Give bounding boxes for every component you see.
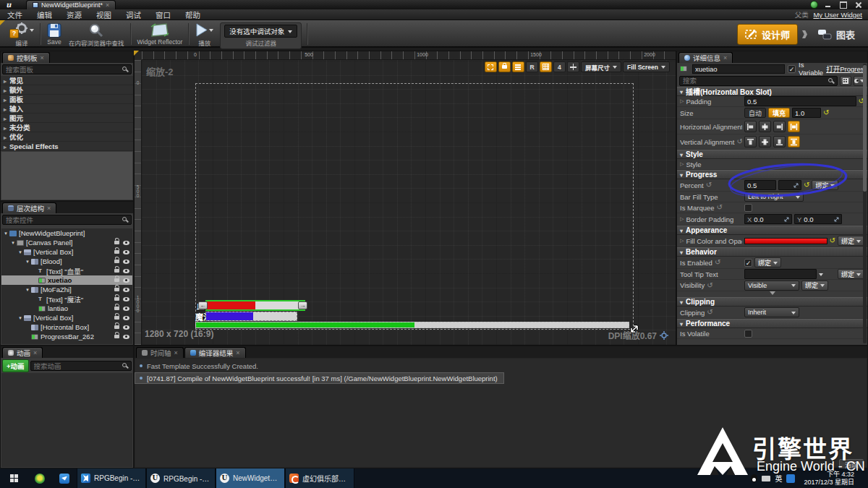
outline-toggle-button[interactable] <box>485 61 497 72</box>
border-padding-y-input[interactable]: Y0.0 <box>794 214 842 224</box>
halign-center-button[interactable] <box>759 121 771 132</box>
expander-icon[interactable] <box>4 124 7 132</box>
reset-to-default-icon[interactable] <box>830 237 835 244</box>
lock-icon[interactable] <box>114 278 119 282</box>
lock-icon[interactable] <box>114 260 119 263</box>
tree-row-xuetiao-selected[interactable]: xuetiao <box>1 275 132 285</box>
menu-view[interactable]: 视图 <box>89 9 119 20</box>
lock-icon[interactable] <box>114 241 119 244</box>
reset-to-default-icon[interactable] <box>804 181 809 189</box>
compile-button[interactable]: 编译 <box>6 22 38 47</box>
launcher-sphere-icon[interactable] <box>810 1 818 9</box>
visibility-bind-button[interactable]: 绑定 <box>801 281 828 291</box>
revert-icon[interactable] <box>737 138 742 145</box>
valign-bottom-button[interactable] <box>773 136 786 147</box>
log-line[interactable]: Fast Template Successfully Created. <box>135 361 867 371</box>
revert-icon[interactable] <box>707 309 712 316</box>
taskbar-app-green[interactable] <box>27 468 52 488</box>
percent-drag-field[interactable] <box>778 180 801 190</box>
expander-icon[interactable]: ▷ <box>680 238 684 244</box>
panel-close-icon[interactable] <box>723 55 727 61</box>
window-close-button[interactable] <box>853 1 864 9</box>
tab-compiler-results[interactable]: 编译器结果 <box>184 347 246 358</box>
valign-fill-button[interactable] <box>788 136 800 147</box>
menu-window[interactable]: 窗口 <box>148 9 178 20</box>
visibility-eye-icon[interactable] <box>123 316 129 320</box>
panel-close-icon[interactable] <box>174 350 178 356</box>
visibility-dropdown[interactable]: Visible <box>744 281 799 291</box>
expander-icon[interactable] <box>4 86 7 94</box>
compile-dropdown-caret-icon[interactable] <box>30 29 34 34</box>
is-variable-checkbox[interactable] <box>788 65 796 73</box>
palette-search-input[interactable] <box>2 64 132 74</box>
expander-icon[interactable] <box>4 133 7 141</box>
add-animation-button[interactable]: +动画 <box>2 359 29 372</box>
log-line-selected[interactable]: [0741.87] Compile of NewWidgetBlueprint … <box>135 373 503 383</box>
palette-category-special-effects[interactable]: Special Effects <box>1 142 133 151</box>
expander-icon[interactable] <box>4 114 7 122</box>
border-padding-x-input[interactable]: X0.0 <box>744 214 792 224</box>
design-area-outline[interactable] <box>195 83 634 330</box>
visibility-eye-icon[interactable] <box>123 325 129 330</box>
expander-icon[interactable]: ▷ <box>680 216 684 222</box>
scrollbar-thumb[interactable] <box>863 65 867 192</box>
visibility-eye-icon[interactable] <box>123 335 129 339</box>
grid-size-button[interactable]: 4 <box>553 61 566 72</box>
snap-grid-button[interactable] <box>540 61 552 72</box>
lock-icon[interactable] <box>114 316 119 320</box>
input-method-keyboard-icon[interactable] <box>762 476 770 481</box>
designer-viewport[interactable]: 0 500 1000 1500 2000 0 500 1000 缩放-2 R 4… <box>134 51 676 346</box>
palette-category-optimization[interactable]: 优化 <box>1 132 133 142</box>
start-button[interactable] <box>0 468 27 488</box>
expander-icon[interactable]: ▷ <box>680 98 684 104</box>
play-button[interactable]: 播放 <box>192 22 217 47</box>
tab-palette[interactable]: 控制板 <box>2 52 50 63</box>
menu-file[interactable]: 文件 <box>0 9 30 20</box>
panel-close-icon[interactable] <box>41 55 44 61</box>
revert-icon[interactable] <box>707 282 712 289</box>
debug-object-dropdown[interactable]: 没有选中调试对象 <box>224 25 297 38</box>
taskbar-task-rpgbegin[interactable]: RPGBegin - 虚幻... <box>146 468 216 488</box>
parent-class-link[interactable]: My User Widget <box>813 11 862 19</box>
tree-row-canvas-panel[interactable]: ▾[Canvas Panel] <box>1 238 132 247</box>
resize-handle-left[interactable] <box>198 301 208 309</box>
tree-row-text-blood[interactable]: [Text] "血量" <box>1 266 132 275</box>
menu-help[interactable]: 帮助 <box>178 9 208 20</box>
reset-to-default-icon[interactable] <box>823 109 829 116</box>
section-performance[interactable]: Performance <box>677 319 867 328</box>
lock-icon[interactable] <box>114 297 119 301</box>
widget-reflector-button[interactable]: Widget Reflector <box>134 22 187 46</box>
tab-animations[interactable]: 动画 <box>2 347 43 358</box>
expander-icon[interactable] <box>4 142 7 150</box>
graph-mode-button[interactable]: 图表 <box>812 24 861 45</box>
section-slot[interactable]: 插槽(Horizontal Box Slot) <box>677 87 867 96</box>
animation-search-input[interactable] <box>30 361 132 371</box>
revert-icon[interactable] <box>706 181 712 189</box>
qq-icon[interactable] <box>751 474 757 482</box>
bottom-progressbar-widget[interactable] <box>195 322 629 328</box>
tree-row-root[interactable]: ▾[NewWidgetBlueprint] <box>1 228 132 238</box>
visibility-eye-icon[interactable] <box>123 250 129 254</box>
tree-row-vertical-box[interactable]: ▾[Vertical Box] <box>1 247 132 257</box>
property-matrix-button[interactable] <box>840 76 851 86</box>
visibility-eye-icon[interactable] <box>123 288 129 292</box>
lock-toggle-button[interactable] <box>498 61 511 72</box>
tab-timeline[interactable]: 时间轴 <box>136 347 184 358</box>
find-in-content-browser-button[interactable]: 在内容浏览器中查找 <box>65 22 128 47</box>
language-indicator[interactable]: 英 <box>775 473 782 484</box>
size-auto-button[interactable]: 自动 <box>744 108 766 118</box>
visibility-eye-icon[interactable] <box>123 241 129 245</box>
section-style[interactable]: Style <box>677 150 867 159</box>
play-dropdown-caret-icon[interactable] <box>209 29 213 34</box>
revert-icon[interactable] <box>715 259 720 266</box>
window-minimize-button[interactable] <box>822 1 833 9</box>
alignment-guides-button[interactable] <box>512 61 524 72</box>
visibility-eye-icon[interactable] <box>123 297 129 301</box>
clipping-dropdown[interactable]: Inherit <box>744 307 799 317</box>
menu-asset[interactable]: 资源 <box>59 9 89 20</box>
details-scrollbar[interactable] <box>863 64 867 343</box>
taskbar-task-browser[interactable]: 虚幻俱乐部——Un... <box>285 468 354 488</box>
percent-bind-button[interactable]: 绑定 <box>812 180 838 190</box>
lock-icon[interactable] <box>114 288 119 291</box>
bar-fill-type-dropdown[interactable]: Left to Right <box>744 192 804 202</box>
